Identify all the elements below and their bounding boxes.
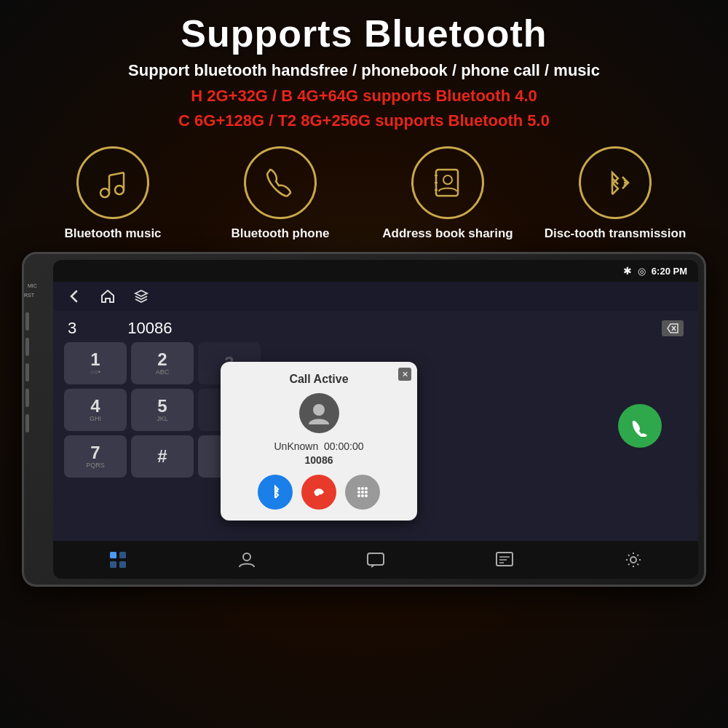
back-nav-icon[interactable] <box>64 286 84 306</box>
address-book-label: Address book sharing <box>382 226 513 241</box>
main-content: 3 10086 1 <box>53 311 698 541</box>
main-title: Supports Bluetooth <box>15 13 713 55</box>
bluetooth-music-label: Bluetooth music <box>64 226 161 241</box>
display-bar: 3 10086 <box>60 314 691 342</box>
back-button[interactable] <box>25 363 29 381</box>
svg-line-4 <box>109 173 124 175</box>
call-close-button[interactable]: ✕ <box>398 368 411 381</box>
dial-key-4[interactable]: 4 GHI <box>64 389 127 431</box>
dial-key-1[interactable]: 1 ○○• <box>64 342 127 384</box>
svg-point-23 <box>365 491 368 494</box>
svg-point-37 <box>630 557 636 563</box>
svg-point-19 <box>361 487 364 490</box>
svg-point-20 <box>365 487 368 490</box>
call-action-buttons <box>258 475 380 510</box>
svg-point-26 <box>365 494 368 497</box>
home-button[interactable] <box>25 338 29 356</box>
call-overlay: ✕ Call Active UnKnown 00:00:00 10086 <box>221 362 417 521</box>
address-book-icon <box>429 164 467 202</box>
dial-key-5[interactable]: 5 JKL <box>131 389 194 431</box>
bottom-settings-icon[interactable] <box>621 547 646 573</box>
dial-key-2[interactable]: 2 ABC <box>131 342 194 384</box>
dial-display-number: 10086 <box>127 319 172 338</box>
bluetooth-phone-item: Bluetooth phone <box>197 146 364 241</box>
end-call-button[interactable] <box>301 475 336 510</box>
phone-icon <box>261 164 299 202</box>
car-screen: ✱ ◎ 6:20 PM <box>53 260 698 579</box>
call-avatar <box>299 393 339 433</box>
dial-key-7[interactable]: 7 PQRS <box>64 435 127 478</box>
bottom-messages-icon[interactable] <box>363 547 388 573</box>
bottom-bar <box>53 541 698 579</box>
bluetooth-arrows-icon <box>596 164 634 202</box>
page-wrapper: Supports Bluetooth Support bluetooth han… <box>0 0 728 728</box>
location-icon: ◎ <box>638 266 646 277</box>
bottom-recents-icon[interactable] <box>492 547 518 573</box>
status-bar: ✱ ◎ 6:20 PM <box>53 260 698 282</box>
nav-bar <box>53 282 698 311</box>
dial-key-hash[interactable]: # <box>131 435 194 478</box>
bluetooth-phone-label: Bluetooth phone <box>231 226 329 241</box>
vol-up-button[interactable] <box>25 389 29 407</box>
call-title: Call Active <box>289 373 348 386</box>
svg-rect-30 <box>119 561 126 568</box>
svg-point-1 <box>115 186 124 194</box>
mic-label: MIC <box>28 283 38 288</box>
svg-point-22 <box>361 491 364 494</box>
svg-rect-27 <box>110 552 116 558</box>
dial-number-3: 3 <box>68 319 76 338</box>
bluetooth-call-button[interactable] <box>258 475 293 510</box>
music-icon-circle <box>76 146 149 219</box>
subtitle: Support bluetooth handsfree / phonebook … <box>15 60 713 82</box>
call-caller-name: UnKnown 00:00:00 <box>274 440 364 452</box>
status-time: 6:20 PM <box>652 266 687 277</box>
bottom-contacts-icon[interactable] <box>234 547 259 573</box>
svg-point-15 <box>313 404 325 416</box>
phone-icon-circle <box>244 146 317 219</box>
icons-row: Bluetooth music Bluetooth phone <box>0 139 728 252</box>
green-phone-button[interactable] <box>618 404 662 448</box>
bottom-apps-icon[interactable] <box>105 547 130 573</box>
svg-rect-32 <box>368 553 384 565</box>
svg-rect-5 <box>436 170 458 196</box>
svg-point-25 <box>361 494 364 497</box>
header-section: Supports Bluetooth Support bluetooth han… <box>0 0 728 139</box>
keypad-call-button[interactable] <box>345 475 380 510</box>
music-note-icon <box>94 164 132 202</box>
svg-rect-33 <box>496 553 513 566</box>
device-section: MIC RST ✱ ◎ 6:20 PM <box>22 252 706 587</box>
spec-line-2: C 6G+128G / T2 8G+256G supports Bluetoot… <box>15 111 713 132</box>
power-button[interactable] <box>25 312 29 331</box>
svg-point-0 <box>100 189 109 197</box>
home-nav-icon[interactable] <box>98 286 118 306</box>
address-book-item: Address book sharing <box>364 146 531 241</box>
svg-rect-29 <box>110 561 116 568</box>
svg-point-31 <box>243 553 250 561</box>
status-right: ✱ ◎ 6:20 PM <box>623 265 687 277</box>
bluetooth-music-item: Bluetooth music <box>29 146 197 241</box>
call-number: 10086 <box>305 454 333 466</box>
svg-point-24 <box>357 494 360 497</box>
svg-point-18 <box>357 487 360 490</box>
svg-point-21 <box>357 491 360 494</box>
bluetooth-status-icon: ✱ <box>623 265 632 277</box>
address-book-icon-circle <box>411 146 484 219</box>
disc-tooth-item: Disc-tooth transmission <box>531 146 699 241</box>
spec-line-1: H 2G+32G / B 4G+64G supports Bluetooth 4… <box>15 86 713 107</box>
svg-rect-28 <box>119 552 126 558</box>
bluetooth-arrows-icon-circle <box>579 146 652 219</box>
svg-point-6 <box>443 175 452 184</box>
vol-down-button[interactable] <box>25 414 29 432</box>
layers-nav-icon[interactable] <box>131 286 151 306</box>
rst-label: RST <box>24 293 34 298</box>
backspace-button[interactable] <box>662 320 684 336</box>
disc-tooth-label: Disc-tooth transmission <box>545 226 687 241</box>
